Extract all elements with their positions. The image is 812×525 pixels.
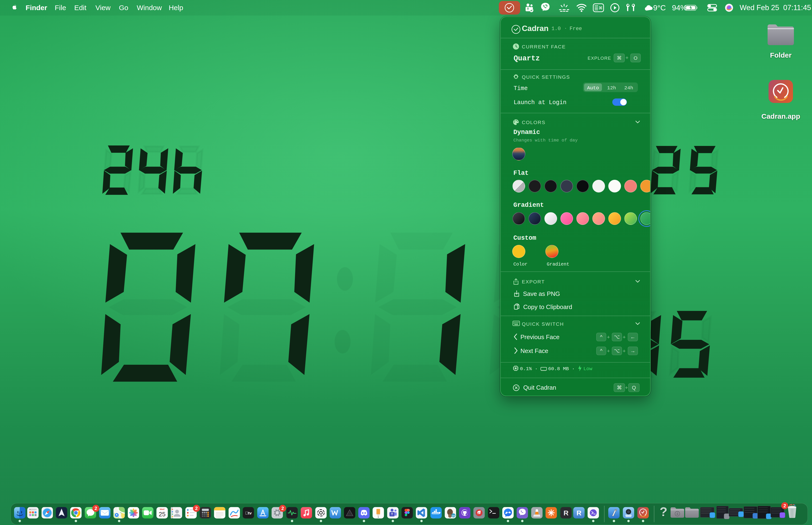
svg-text:R: R <box>576 509 581 517</box>
svg-text:⌘: ⌘ <box>599 6 603 10</box>
svg-text:T: T <box>527 7 529 11</box>
svg-text:T: T <box>391 512 393 516</box>
svg-text:R: R <box>563 509 568 517</box>
svg-text:Wed: Wed <box>160 508 165 510</box>
svg-text:tv: tv <box>245 511 252 515</box>
svg-text:25: 25 <box>159 511 166 518</box>
svg-text:CE: CE <box>452 514 455 517</box>
